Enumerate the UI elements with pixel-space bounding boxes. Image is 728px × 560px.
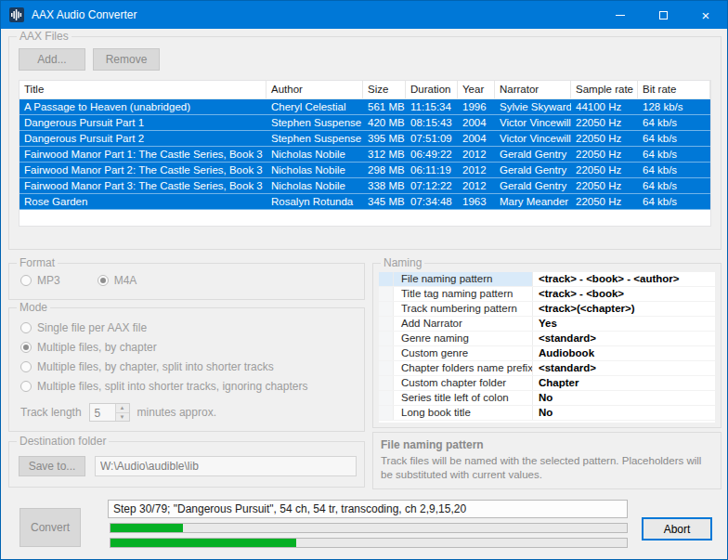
table-row[interactable]: Rose GardenRosalyn Rotunda345 MB07:34:48… xyxy=(20,194,710,210)
add-button[interactable]: Add... xyxy=(19,48,85,71)
track-length-value: 5 xyxy=(95,407,101,420)
spinner-down-icon[interactable]: ▼ xyxy=(116,413,129,422)
table-cell: 44100 Hz xyxy=(571,99,638,114)
naming-row-label: Add Narrator xyxy=(394,317,533,331)
naming-row-label: Title tag naming pattern xyxy=(394,287,533,301)
table-cell: 2012 xyxy=(458,178,495,193)
naming-row[interactable]: Series title left of colonNo xyxy=(379,391,715,406)
track-length-spinner[interactable]: 5 ▲ ▼ xyxy=(89,403,130,422)
table-cell: 2012 xyxy=(458,147,495,162)
caption-buttons: × xyxy=(599,1,727,29)
naming-row[interactable]: Title tag naming pattern<track> - <book> xyxy=(379,287,715,302)
mode-options: Single file per AAX fileMultiple files, … xyxy=(20,321,307,392)
table-cell: 395 MB xyxy=(363,131,406,146)
destination-group-label: Destination folder xyxy=(17,435,109,448)
table-cell: Gerald Gentry xyxy=(495,163,571,177)
destination-path-field[interactable] xyxy=(95,456,357,476)
track-length-suffix: minutes approx. xyxy=(137,406,216,419)
column-header[interactable]: Year xyxy=(458,81,495,98)
destination-group: Destination folder Save to... xyxy=(8,441,365,488)
naming-row-value[interactable]: No xyxy=(533,406,715,420)
abort-button[interactable]: Abort xyxy=(642,517,712,540)
column-header[interactable]: Title xyxy=(20,81,266,98)
radio-multiple-files-by-chapter-split-into-shorter-tracks[interactable]: Multiple files, by chapter, split into s… xyxy=(20,360,307,372)
naming-row-gutter xyxy=(379,361,394,375)
naming-row[interactable]: Track numbering pattern<track>(<chapter>… xyxy=(379,302,715,317)
table-cell: Victor Vincewill xyxy=(495,131,571,146)
format-group: Format MP3M4A xyxy=(8,263,365,300)
naming-row-gutter xyxy=(379,391,394,405)
table-cell: 2004 xyxy=(458,115,495,130)
radio-multiple-files-split-into-shorter-tracks-ignoring-chapters[interactable]: Multiple files, split into shorter track… xyxy=(20,380,307,392)
naming-row-value[interactable]: <track>(<chapter>) xyxy=(533,302,715,316)
format-group-label: Format xyxy=(17,256,58,269)
table-cell: 11:15:34 xyxy=(406,99,458,114)
convert-button[interactable]: Convert xyxy=(20,508,81,547)
column-header[interactable]: Size xyxy=(363,81,406,98)
table-cell: Nicholas Nobile xyxy=(266,147,363,162)
table-cell: Stephen Suspense xyxy=(266,115,363,130)
radio-mp3[interactable]: MP3 xyxy=(20,274,60,286)
naming-row[interactable]: File naming pattern<track> - <book> - <a… xyxy=(379,272,715,287)
radio-m4a[interactable]: M4A xyxy=(98,274,137,286)
column-header[interactable]: Duration xyxy=(406,81,458,98)
table-cell: 2004 xyxy=(458,131,495,146)
table-cell: 420 MB xyxy=(363,115,406,130)
naming-row[interactable]: Long book titleNo xyxy=(379,406,715,421)
radio-label: Single file per AAX file xyxy=(37,321,147,334)
table-row[interactable]: A Passage to Heaven (unabridged)Cheryl C… xyxy=(20,99,710,115)
naming-row-label: Genre naming xyxy=(394,332,533,345)
minimize-button[interactable] xyxy=(599,1,642,29)
column-header[interactable]: Bit rate xyxy=(638,81,710,98)
table-cell: Cheryl Celestial xyxy=(266,99,363,114)
column-header[interactable]: Author xyxy=(266,81,363,98)
maximize-button[interactable] xyxy=(642,1,684,29)
table-row[interactable]: Fairwood Manor Part 3: The Castle Series… xyxy=(20,178,710,194)
table-cell: Nicholas Nobile xyxy=(266,178,363,193)
table-cell: Gerald Gentry xyxy=(495,147,571,162)
column-header[interactable]: Narrator xyxy=(495,81,571,98)
titlebar[interactable]: AAX Audio Converter × xyxy=(1,1,727,29)
radio-single-file-per-aax-file[interactable]: Single file per AAX file xyxy=(20,321,307,333)
table-row[interactable]: Dangerous Pursuit Part 2Stephen Suspense… xyxy=(20,131,710,147)
naming-row[interactable]: Custom genreAudiobook xyxy=(379,346,715,361)
radio-label: M4A xyxy=(114,274,137,287)
naming-row[interactable]: Custom chapter folderChapter xyxy=(379,376,715,391)
table-cell: 22050 Hz xyxy=(571,163,638,177)
table-cell: Fairwood Manor Part 2: The Castle Series… xyxy=(20,163,266,177)
column-header[interactable]: Sample rate xyxy=(571,81,638,98)
table-cell: 64 kb/s xyxy=(638,131,710,146)
file-table-body: A Passage to Heaven (unabridged)Cheryl C… xyxy=(20,99,710,210)
radio-multiple-files-by-chapter[interactable]: Multiple files, by chapter xyxy=(20,341,307,353)
naming-row-value[interactable]: <standard> xyxy=(533,332,715,345)
table-row[interactable]: Fairwood Manor Part 2: The Castle Series… xyxy=(20,163,710,178)
table-row[interactable]: Fairwood Manor Part 1: The Castle Series… xyxy=(20,147,710,163)
naming-group: Naming File naming pattern<track> - <boo… xyxy=(372,263,722,428)
naming-row-value[interactable]: <standard> xyxy=(533,361,715,375)
naming-row[interactable]: Chapter folders name prefix<standard> xyxy=(379,361,715,376)
save-to-button[interactable]: Save to... xyxy=(19,456,85,476)
naming-row-label: Custom genre xyxy=(394,346,533,360)
table-cell: 1963 xyxy=(458,194,495,209)
table-cell: 345 MB xyxy=(363,194,406,209)
naming-row-value[interactable]: Yes xyxy=(533,317,715,331)
close-button[interactable]: × xyxy=(684,1,727,29)
table-cell: Rosalyn Rotunda xyxy=(266,194,363,209)
naming-row[interactable]: Genre naming<standard> xyxy=(379,332,715,346)
table-cell: Rose Garden xyxy=(20,194,266,209)
naming-row-value[interactable]: No xyxy=(533,391,715,405)
spinner-up-icon[interactable]: ▲ xyxy=(116,404,129,413)
naming-row-gutter xyxy=(379,346,394,360)
table-row[interactable]: Dangerous Pursuit Part 1Stephen Suspense… xyxy=(20,115,710,131)
naming-row-value[interactable]: <track> - <book> xyxy=(533,287,715,301)
naming-row-label: Chapter folders name prefix xyxy=(394,361,533,375)
naming-help-title: File naming pattern xyxy=(381,438,713,451)
naming-row[interactable]: Add NarratorYes xyxy=(379,317,715,332)
maximize-icon xyxy=(659,11,668,20)
naming-row-value[interactable]: Chapter xyxy=(533,376,715,390)
table-cell: 2012 xyxy=(458,163,495,177)
naming-row-gutter xyxy=(379,376,394,390)
naming-row-value[interactable]: Audiobook xyxy=(533,346,715,360)
naming-row-value[interactable]: <track> - <book> - <author> xyxy=(533,272,715,286)
remove-button[interactable]: Remove xyxy=(93,48,160,71)
